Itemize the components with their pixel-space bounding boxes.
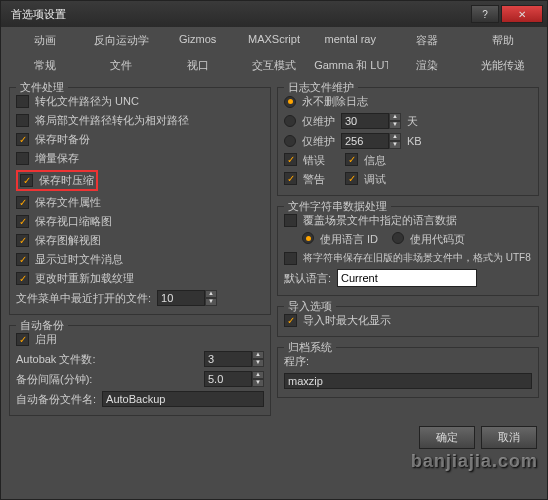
tab-help[interactable]: 帮助 — [465, 29, 541, 52]
chk-reload[interactable] — [16, 272, 29, 285]
group-archive: 归档系统 程序: — [277, 347, 539, 398]
tab-radiosity[interactable]: 光能传递 — [465, 54, 541, 77]
group-file-handling: 文件处理 转化文件路径为 UNC 将局部文件路径转化为相对路径 保存时备份 增量… — [9, 87, 271, 315]
chk-enable-autobak[interactable] — [16, 333, 29, 346]
tab-maxscript[interactable]: MAXScript — [236, 29, 312, 52]
chk-props[interactable] — [16, 196, 29, 209]
spin-recent[interactable]: ▲▼ — [157, 290, 217, 306]
chk-thumbnail[interactable] — [16, 215, 29, 228]
tab-general[interactable]: 常规 — [7, 54, 83, 77]
chk-utf8[interactable] — [284, 252, 297, 265]
tab-files[interactable]: 文件 — [83, 54, 159, 77]
spin-kb[interactable]: ▲▼ — [341, 133, 401, 149]
tab-ik[interactable]: 反向运动学 — [83, 29, 159, 52]
tab-gamma[interactable]: Gamma 和 LUT — [312, 54, 388, 77]
rad-kb[interactable] — [284, 135, 296, 147]
group-import: 导入选项 导入时最大化显示 — [277, 306, 539, 337]
watermark: banjiajia.com — [411, 451, 538, 472]
help-button[interactable]: ? — [471, 5, 499, 23]
titlebar: 首选项设置 ? ✕ — [1, 1, 547, 27]
spin-interval[interactable]: ▲▼ — [204, 371, 264, 387]
chk-obsolete[interactable] — [16, 253, 29, 266]
chk-compress[interactable] — [20, 174, 33, 187]
tab-anim[interactable]: 动画 — [7, 29, 83, 52]
tab-render[interactable]: 渲染 — [388, 54, 464, 77]
tab-gizmos[interactable]: Gizmos — [160, 29, 236, 52]
preferences-window: 首选项设置 ? ✕ 动画 反向运动学 Gizmos MAXScript ment… — [0, 0, 548, 500]
rad-codepage[interactable] — [392, 232, 404, 244]
rad-days[interactable] — [284, 115, 296, 127]
group-title: 文件处理 — [16, 80, 68, 95]
chk-info[interactable] — [345, 153, 358, 166]
chk-warn[interactable] — [284, 172, 297, 185]
close-button[interactable]: ✕ — [501, 5, 543, 23]
tab-viewport[interactable]: 视口 — [160, 54, 236, 77]
highlight-compress: 保存时压缩 — [16, 170, 98, 191]
chk-unc[interactable] — [16, 95, 29, 108]
rad-langid[interactable] — [302, 232, 314, 244]
cancel-button[interactable]: 取消 — [481, 426, 537, 449]
rad-never[interactable] — [284, 96, 296, 108]
input-archive-prog[interactable] — [284, 373, 532, 389]
chk-relative[interactable] — [16, 114, 29, 127]
tabs-row-1: 动画 反向运动学 Gizmos MAXScript mental ray 容器 … — [1, 27, 547, 52]
spin-autobak-count[interactable]: ▲▼ — [204, 351, 264, 367]
group-log: 日志文件维护 永不删除日志 仅维护 ▲▼ 天 仅维护 ▲▼ KB 错误 信息 警… — [277, 87, 539, 196]
chk-backup[interactable] — [16, 133, 29, 146]
input-autobak-name[interactable] — [102, 391, 264, 407]
tab-mentalray[interactable]: mental ray — [312, 29, 388, 52]
tabs-row-2: 常规 文件 视口 交互模式 Gamma 和 LUT 渲染 光能传递 — [1, 52, 547, 77]
spin-days[interactable]: ▲▼ — [341, 113, 401, 129]
chk-increment[interactable] — [16, 152, 29, 165]
chk-maximize[interactable] — [284, 314, 297, 327]
chk-override[interactable] — [284, 214, 297, 227]
chk-errors[interactable] — [284, 153, 297, 166]
ok-button[interactable]: 确定 — [419, 426, 475, 449]
window-title: 首选项设置 — [5, 7, 471, 22]
select-default-lang[interactable] — [337, 269, 477, 287]
tab-container[interactable]: 容器 — [388, 29, 464, 52]
group-string: 文件字符串数据处理 覆盖场景文件中指定的语言数据 使用语言 ID 使用代码页 将… — [277, 206, 539, 296]
chk-schematic[interactable] — [16, 234, 29, 247]
tab-interaction[interactable]: 交互模式 — [236, 54, 312, 77]
group-autobackup: 自动备份 启用 Autobak 文件数: ▲▼ 备份间隔(分钟): ▲▼ 自动备… — [9, 325, 271, 416]
chk-debug[interactable] — [345, 172, 358, 185]
